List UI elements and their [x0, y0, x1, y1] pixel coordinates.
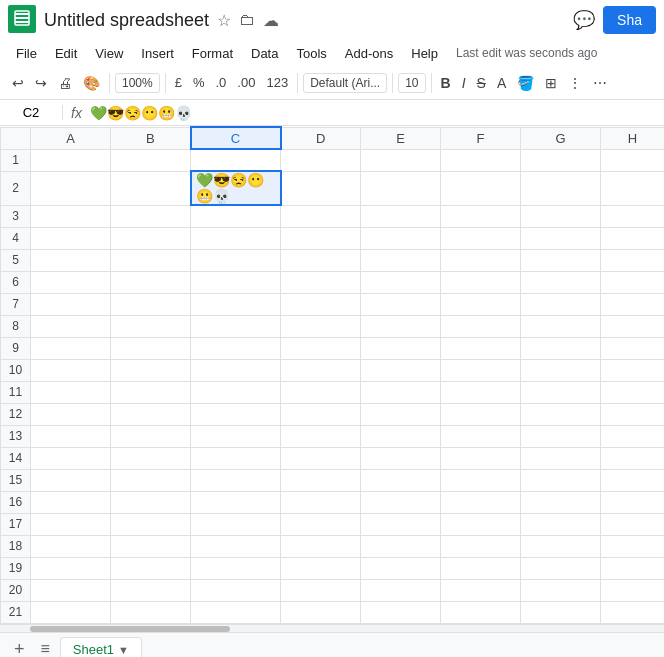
- cell-H21[interactable]: [601, 601, 665, 623]
- sheet-tab-sheet1[interactable]: Sheet1 ▼: [60, 637, 142, 657]
- cell-D9[interactable]: [281, 337, 361, 359]
- cell-H13[interactable]: [601, 425, 665, 447]
- row-header-8[interactable]: 8: [1, 315, 31, 337]
- cell-B3[interactable]: [111, 205, 191, 227]
- cell-C1[interactable]: [191, 149, 281, 171]
- cell-C6[interactable]: [191, 271, 281, 293]
- cell-E20[interactable]: [361, 579, 441, 601]
- cell-D8[interactable]: [281, 315, 361, 337]
- cell-A14[interactable]: [31, 447, 111, 469]
- cell-D15[interactable]: [281, 469, 361, 491]
- col-header-C[interactable]: C: [191, 127, 281, 149]
- cell-F21[interactable]: [441, 601, 521, 623]
- cell-B16[interactable]: [111, 491, 191, 513]
- zoom-select[interactable]: 100%: [115, 73, 160, 93]
- row-header-11[interactable]: 11: [1, 381, 31, 403]
- cell-G1[interactable]: [521, 149, 601, 171]
- share-button[interactable]: Sha: [603, 6, 656, 34]
- merge-cells-button[interactable]: ⋮: [564, 73, 586, 93]
- folder-icon[interactable]: 🗀: [239, 11, 255, 29]
- cell-E14[interactable]: [361, 447, 441, 469]
- cell-A2[interactable]: [31, 171, 111, 205]
- cell-D19[interactable]: [281, 557, 361, 579]
- cell-E9[interactable]: [361, 337, 441, 359]
- cell-D13[interactable]: [281, 425, 361, 447]
- cell-B11[interactable]: [111, 381, 191, 403]
- cell-F14[interactable]: [441, 447, 521, 469]
- cell-B6[interactable]: [111, 271, 191, 293]
- cell-E21[interactable]: [361, 601, 441, 623]
- cell-reference[interactable]: C2: [8, 105, 63, 120]
- cell-F4[interactable]: [441, 227, 521, 249]
- cell-F9[interactable]: [441, 337, 521, 359]
- cell-E5[interactable]: [361, 249, 441, 271]
- cell-C4[interactable]: [191, 227, 281, 249]
- cell-B4[interactable]: [111, 227, 191, 249]
- cell-G11[interactable]: [521, 381, 601, 403]
- cell-F15[interactable]: [441, 469, 521, 491]
- cell-E8[interactable]: [361, 315, 441, 337]
- cell-F5[interactable]: [441, 249, 521, 271]
- cell-C9[interactable]: [191, 337, 281, 359]
- fill-color-button[interactable]: 🪣: [513, 73, 538, 93]
- cell-G13[interactable]: [521, 425, 601, 447]
- menu-view[interactable]: View: [87, 44, 131, 63]
- cell-C20[interactable]: [191, 579, 281, 601]
- cell-F13[interactable]: [441, 425, 521, 447]
- cell-A3[interactable]: [31, 205, 111, 227]
- cell-C18[interactable]: [191, 535, 281, 557]
- cell-H3[interactable]: [601, 205, 665, 227]
- menu-file[interactable]: File: [8, 44, 45, 63]
- row-header-20[interactable]: 20: [1, 579, 31, 601]
- cell-F10[interactable]: [441, 359, 521, 381]
- cell-E16[interactable]: [361, 491, 441, 513]
- col-header-G[interactable]: G: [521, 127, 601, 149]
- cell-A5[interactable]: [31, 249, 111, 271]
- cell-F6[interactable]: [441, 271, 521, 293]
- cell-H18[interactable]: [601, 535, 665, 557]
- cell-B12[interactable]: [111, 403, 191, 425]
- strikethrough-button[interactable]: S: [473, 73, 490, 93]
- cell-E10[interactable]: [361, 359, 441, 381]
- cell-G19[interactable]: [521, 557, 601, 579]
- italic-button[interactable]: I: [458, 73, 470, 93]
- cell-H16[interactable]: [601, 491, 665, 513]
- cell-F18[interactable]: [441, 535, 521, 557]
- cell-G16[interactable]: [521, 491, 601, 513]
- cell-F8[interactable]: [441, 315, 521, 337]
- cell-D5[interactable]: [281, 249, 361, 271]
- cell-D20[interactable]: [281, 579, 361, 601]
- cell-A15[interactable]: [31, 469, 111, 491]
- cell-B7[interactable]: [111, 293, 191, 315]
- add-sheet-button[interactable]: +: [8, 637, 31, 658]
- cell-A19[interactable]: [31, 557, 111, 579]
- cell-D10[interactable]: [281, 359, 361, 381]
- cell-E13[interactable]: [361, 425, 441, 447]
- decimal-increase[interactable]: .00: [233, 73, 259, 92]
- cell-B17[interactable]: [111, 513, 191, 535]
- cell-D11[interactable]: [281, 381, 361, 403]
- cell-E18[interactable]: [361, 535, 441, 557]
- cell-G7[interactable]: [521, 293, 601, 315]
- cell-H17[interactable]: [601, 513, 665, 535]
- cell-A10[interactable]: [31, 359, 111, 381]
- row-header-17[interactable]: 17: [1, 513, 31, 535]
- menu-data[interactable]: Data: [243, 44, 286, 63]
- cell-H5[interactable]: [601, 249, 665, 271]
- cell-B20[interactable]: [111, 579, 191, 601]
- cell-G10[interactable]: [521, 359, 601, 381]
- cell-G21[interactable]: [521, 601, 601, 623]
- print-button[interactable]: 🖨: [54, 73, 76, 93]
- cloud-icon[interactable]: ☁: [263, 11, 279, 30]
- cell-E7[interactable]: [361, 293, 441, 315]
- col-header-A[interactable]: A: [31, 127, 111, 149]
- cell-A21[interactable]: [31, 601, 111, 623]
- cell-G8[interactable]: [521, 315, 601, 337]
- cell-E3[interactable]: [361, 205, 441, 227]
- cell-E15[interactable]: [361, 469, 441, 491]
- cell-C19[interactable]: [191, 557, 281, 579]
- cell-A13[interactable]: [31, 425, 111, 447]
- format-123[interactable]: 123: [262, 73, 292, 92]
- cell-B2[interactable]: [111, 171, 191, 205]
- cell-A1[interactable]: [31, 149, 111, 171]
